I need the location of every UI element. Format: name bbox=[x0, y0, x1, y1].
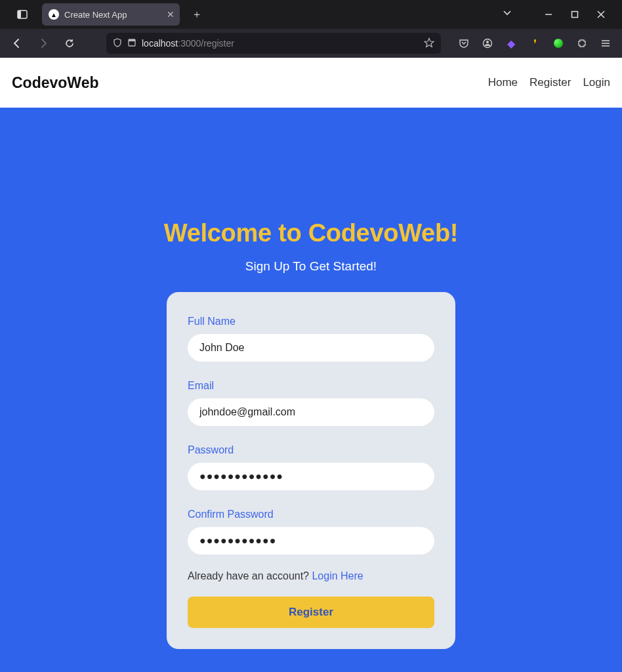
back-button[interactable] bbox=[8, 34, 26, 52]
extension-icons: ◆ ❜ bbox=[458, 37, 614, 49]
email-label: Email bbox=[188, 380, 434, 392]
chevron-down-icon[interactable] bbox=[503, 9, 512, 20]
minimize-icon[interactable] bbox=[543, 9, 554, 20]
fullname-label: Full Name bbox=[188, 316, 434, 327]
sidebar-toggle-icon[interactable] bbox=[13, 5, 31, 24]
url-text: localhost :3000/register bbox=[142, 38, 419, 49]
nav-register[interactable]: Register bbox=[529, 76, 571, 89]
url-host: localhost bbox=[142, 38, 178, 49]
tab-title: Create Next App bbox=[64, 10, 127, 20]
extension-1-icon[interactable]: ◆ bbox=[505, 37, 517, 49]
password-input[interactable] bbox=[188, 463, 434, 490]
account-icon[interactable] bbox=[482, 37, 493, 49]
hero-subtitle: Sign Up To Get Started! bbox=[245, 259, 377, 274]
hero-section: Welcome to CodevoWeb! Sign Up To Get Sta… bbox=[0, 108, 622, 672]
confirm-password-input[interactable] bbox=[188, 527, 434, 555]
fullname-input[interactable] bbox=[188, 334, 434, 362]
close-tab-icon[interactable]: ✕ bbox=[167, 9, 175, 20]
brand-logo[interactable]: CodevoWeb bbox=[12, 74, 98, 92]
extensions-icon[interactable] bbox=[576, 37, 588, 49]
login-prompt-text: Already have an account? bbox=[188, 570, 312, 581]
titlebar-controls bbox=[503, 9, 617, 20]
forward-button[interactable] bbox=[34, 34, 52, 52]
site-nav: Home Register Login bbox=[488, 76, 610, 89]
new-tab-button[interactable]: ＋ bbox=[188, 5, 206, 24]
svg-rect-3 bbox=[572, 12, 578, 18]
browser-tab[interactable]: ▲ Create Next App ✕ bbox=[42, 3, 180, 26]
confirm-password-label: Confirm Password bbox=[188, 509, 434, 520]
nav-login[interactable]: Login bbox=[583, 76, 610, 89]
password-label: Password bbox=[188, 444, 434, 456]
extension-2-icon[interactable]: ❜ bbox=[529, 37, 541, 49]
tab-favicon-icon: ▲ bbox=[49, 9, 59, 20]
nav-home[interactable]: Home bbox=[488, 76, 518, 89]
browser-chrome: ▲ Create Next App ✕ ＋ bbox=[0, 0, 622, 58]
pocket-icon[interactable] bbox=[458, 37, 470, 49]
shield-icon[interactable] bbox=[113, 38, 122, 49]
page-info-icon[interactable] bbox=[127, 38, 136, 49]
url-path: :3000/register bbox=[178, 38, 234, 49]
svg-rect-1 bbox=[18, 10, 21, 18]
register-card: Full Name Email Password Confirm Passwor… bbox=[167, 292, 455, 649]
svg-rect-7 bbox=[129, 39, 135, 41]
close-window-icon[interactable] bbox=[596, 9, 606, 20]
login-prompt-row: Already have an account? Login Here bbox=[188, 570, 434, 582]
bookmark-star-icon[interactable] bbox=[424, 37, 434, 50]
menu-icon[interactable] bbox=[600, 37, 612, 49]
page-content: CodevoWeb Home Register Login Welcome to… bbox=[0, 58, 622, 672]
browser-toolbar: localhost :3000/register ◆ ❜ bbox=[0, 29, 622, 58]
maximize-icon[interactable] bbox=[570, 9, 580, 20]
login-here-link[interactable]: Login Here bbox=[312, 570, 363, 581]
extension-3-icon[interactable] bbox=[552, 37, 564, 49]
hero-title: Welcome to CodevoWeb! bbox=[164, 219, 458, 247]
address-bar[interactable]: localhost :3000/register bbox=[106, 33, 441, 54]
reload-button[interactable] bbox=[60, 34, 79, 52]
email-input[interactable] bbox=[188, 398, 434, 426]
svg-point-9 bbox=[486, 41, 489, 43]
site-header: CodevoWeb Home Register Login bbox=[0, 58, 622, 108]
titlebar: ▲ Create Next App ✕ ＋ bbox=[0, 0, 622, 29]
register-button[interactable]: Register bbox=[188, 597, 434, 628]
